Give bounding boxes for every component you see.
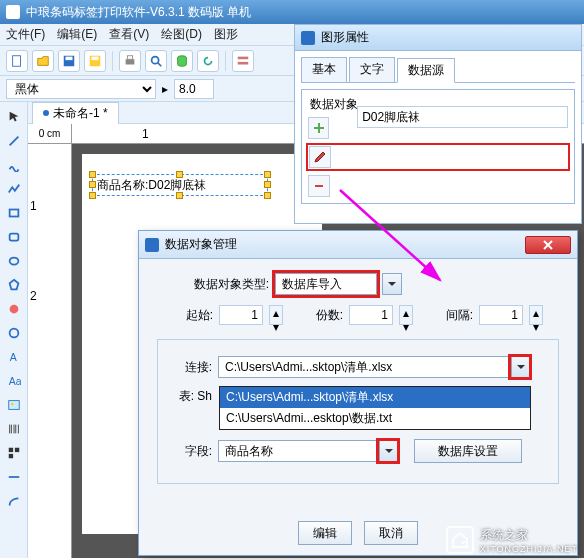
text-icon[interactable]: A bbox=[3, 346, 25, 368]
properties-panel: 图形属性 基本 文字 数据源 数据对象 D02脚底袜 bbox=[294, 24, 582, 224]
dropdown-item[interactable]: C:\Users\Admi...esktop\数据.txt bbox=[220, 408, 530, 429]
properties-tabs: 基本 文字 数据源 bbox=[301, 57, 575, 83]
watermark: 系统之家 XITONGZHIJIA.NET bbox=[446, 526, 578, 554]
resize-handle[interactable] bbox=[264, 192, 271, 199]
svg-line-12 bbox=[9, 137, 18, 146]
preview-icon[interactable] bbox=[145, 50, 167, 72]
pointer-icon[interactable] bbox=[3, 106, 25, 128]
chevron-down-icon bbox=[388, 280, 396, 288]
type-value: 数据库导入 bbox=[276, 276, 376, 293]
dialog-icon bbox=[145, 238, 159, 252]
rect-icon[interactable] bbox=[3, 202, 25, 224]
start-input[interactable] bbox=[219, 305, 263, 325]
ruler-unit: 0 cm bbox=[28, 124, 72, 144]
new-icon[interactable] bbox=[6, 50, 28, 72]
qrcode-icon[interactable] bbox=[3, 442, 25, 464]
cancel-button[interactable]: 取消 bbox=[364, 521, 418, 545]
ruler-h-mark: 1 bbox=[142, 127, 149, 141]
circle-icon[interactable] bbox=[3, 298, 25, 320]
gap-input[interactable] bbox=[479, 305, 523, 325]
menu-shape[interactable]: 图形 bbox=[214, 26, 238, 43]
properties-title: 图形属性 bbox=[321, 29, 369, 46]
chevron-down-icon bbox=[517, 363, 525, 371]
edit-icon[interactable] bbox=[309, 146, 331, 168]
svg-text:Aa: Aa bbox=[8, 375, 20, 387]
refresh-icon[interactable] bbox=[197, 50, 219, 72]
conn-combo[interactable]: C:\Users\Admi...sktop\清单.xlsx bbox=[218, 356, 530, 378]
ellipse-icon[interactable] bbox=[3, 250, 25, 272]
data-object-group: 数据对象 D02脚底袜 bbox=[301, 89, 575, 204]
field-dropdown[interactable] bbox=[379, 441, 397, 461]
conn-dropdown[interactable] bbox=[511, 357, 529, 377]
document-tab[interactable]: 未命名-1 * bbox=[32, 102, 119, 124]
line-icon[interactable] bbox=[3, 130, 25, 152]
conn-dropdown-list[interactable]: C:\Users\Admi...sktop\清单.xlsx C:\Users\A… bbox=[219, 386, 531, 430]
svg-rect-0 bbox=[13, 55, 21, 66]
svg-rect-6 bbox=[127, 55, 132, 59]
richtext-icon[interactable]: Aa bbox=[3, 370, 25, 392]
watermark-name: 系统之家 bbox=[480, 528, 528, 542]
properties-icon bbox=[301, 31, 315, 45]
canvas-text-object[interactable]: 商品名称:D02脚底袜 bbox=[92, 174, 268, 196]
resize-handle[interactable] bbox=[176, 171, 183, 178]
saveas-icon[interactable] bbox=[84, 50, 106, 72]
roundrect-icon[interactable] bbox=[3, 226, 25, 248]
title-bar: 中琅条码标签打印软件-V6.3.1 数码版 单机 bbox=[0, 0, 584, 24]
edit-button[interactable]: 编辑 bbox=[298, 521, 352, 545]
watermark-url: XITONGZHIJIA.NET bbox=[480, 544, 578, 554]
polygon-icon[interactable] bbox=[3, 274, 25, 296]
start-label: 起始: bbox=[157, 307, 213, 324]
svg-line-8 bbox=[158, 62, 162, 66]
conn-value: C:\Users\Admi...sktop\清单.xlsx bbox=[219, 359, 511, 376]
line2-icon[interactable] bbox=[3, 466, 25, 488]
svg-rect-28 bbox=[14, 448, 18, 452]
field-value: 商品名称 bbox=[219, 443, 379, 460]
resize-handle[interactable] bbox=[264, 181, 271, 188]
resize-handle[interactable] bbox=[89, 171, 96, 178]
dialog-header[interactable]: 数据对象管理 bbox=[139, 231, 577, 259]
add-icon[interactable] bbox=[308, 117, 329, 139]
save-icon[interactable] bbox=[58, 50, 80, 72]
svg-rect-5 bbox=[126, 59, 135, 64]
tab-datasource[interactable]: 数据源 bbox=[397, 58, 455, 83]
field-combo[interactable]: 商品名称 bbox=[218, 440, 398, 462]
menu-view[interactable]: 查看(V) bbox=[109, 26, 149, 43]
type-combo[interactable]: 数据库导入 bbox=[275, 273, 377, 295]
menu-file[interactable]: 文件(F) bbox=[6, 26, 45, 43]
field-label: 字段: bbox=[170, 443, 212, 460]
settings-icon[interactable] bbox=[232, 50, 254, 72]
resize-handle[interactable] bbox=[176, 192, 183, 199]
image-icon[interactable] bbox=[3, 394, 25, 416]
font-size-input[interactable] bbox=[174, 79, 214, 99]
tab-basic[interactable]: 基本 bbox=[301, 57, 347, 82]
data-object-list[interactable]: D02脚底袜 bbox=[357, 106, 568, 128]
menu-edit[interactable]: 编辑(E) bbox=[57, 26, 97, 43]
polyline-icon[interactable] bbox=[3, 178, 25, 200]
curve-icon[interactable] bbox=[3, 154, 25, 176]
resize-handle[interactable] bbox=[89, 181, 96, 188]
font-name-select[interactable]: 黑体 bbox=[6, 79, 156, 99]
print-icon[interactable] bbox=[119, 50, 141, 72]
ruler-v-mark: 2 bbox=[30, 289, 37, 303]
star-icon[interactable] bbox=[3, 322, 25, 344]
menu-draw[interactable]: 绘图(D) bbox=[161, 26, 202, 43]
db-settings-button[interactable]: 数据库设置 bbox=[414, 439, 522, 463]
resize-handle[interactable] bbox=[264, 171, 271, 178]
open-icon[interactable] bbox=[32, 50, 54, 72]
count-spinner[interactable]: ▴▾ bbox=[399, 305, 413, 325]
dropdown-item[interactable]: C:\Users\Admi...sktop\清单.xlsx bbox=[220, 387, 530, 408]
delete-icon[interactable] bbox=[308, 175, 330, 197]
resize-handle[interactable] bbox=[89, 192, 96, 199]
barcode-icon[interactable] bbox=[3, 418, 25, 440]
close-icon bbox=[543, 240, 553, 250]
count-input[interactable] bbox=[349, 305, 393, 325]
database-icon[interactable] bbox=[171, 50, 193, 72]
app-title: 中琅条码标签打印软件-V6.3.1 数码版 单机 bbox=[26, 4, 251, 21]
start-spinner[interactable]: ▴▾ bbox=[269, 305, 283, 325]
tab-text[interactable]: 文字 bbox=[349, 57, 395, 82]
gap-spinner[interactable]: ▴▾ bbox=[529, 305, 543, 325]
close-button[interactable] bbox=[525, 236, 571, 254]
svg-rect-13 bbox=[9, 210, 18, 217]
arrow-tool-icon[interactable] bbox=[3, 490, 25, 512]
type-dropdown[interactable] bbox=[382, 273, 402, 295]
